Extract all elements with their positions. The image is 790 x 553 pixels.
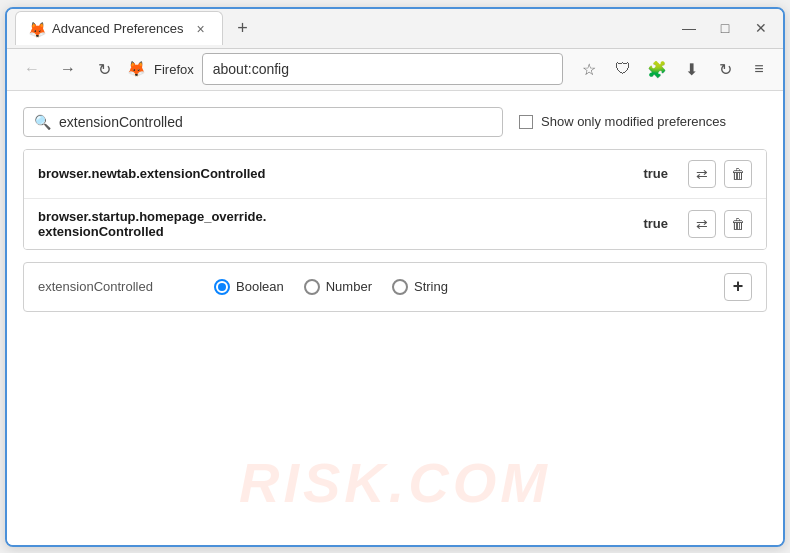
search-box: 🔍 <box>23 107 503 137</box>
number-option[interactable]: Number <box>304 279 372 295</box>
title-bar: 🦊 Advanced Preferences × + — □ ✕ <box>7 9 783 49</box>
string-radio[interactable] <box>392 279 408 295</box>
search-input[interactable] <box>59 114 492 130</box>
extension-icon[interactable]: 🧩 <box>643 55 671 83</box>
menu-icon[interactable]: ≡ <box>745 55 773 83</box>
tab-title: Advanced Preferences <box>52 21 184 36</box>
string-option[interactable]: String <box>392 279 448 295</box>
sync-icon[interactable]: ↻ <box>711 55 739 83</box>
pref-value-1: true <box>643 166 668 181</box>
maximize-button[interactable]: □ <box>711 14 739 42</box>
boolean-radio[interactable] <box>214 279 230 295</box>
pref-value-2: true <box>643 216 668 231</box>
row-actions-1: ⇄ 🗑 <box>688 160 752 188</box>
add-pref-button[interactable]: + <box>724 273 752 301</box>
boolean-label: Boolean <box>236 279 284 294</box>
add-pref-name: extensionControlled <box>38 279 198 294</box>
delete-button-2[interactable]: 🗑 <box>724 210 752 238</box>
boolean-option[interactable]: Boolean <box>214 279 284 295</box>
search-icon: 🔍 <box>34 114 51 130</box>
refresh-button[interactable]: ↻ <box>89 54 119 84</box>
pref-name-2: browser.startup.homepage_override.extens… <box>38 209 631 239</box>
window-controls: — □ ✕ <box>675 14 775 42</box>
table-row: browser.newtab.extensionControlled true … <box>24 150 766 199</box>
type-radio-group: Boolean Number String <box>214 279 708 295</box>
search-row: 🔍 Show only modified preferences <box>23 107 767 137</box>
swap-button-2[interactable]: ⇄ <box>688 210 716 238</box>
forward-button[interactable]: → <box>53 54 83 84</box>
string-label: String <box>414 279 448 294</box>
bookmark-icon[interactable]: ☆ <box>575 55 603 83</box>
row-actions-2: ⇄ 🗑 <box>688 210 752 238</box>
number-radio[interactable] <box>304 279 320 295</box>
pref-name-1: browser.newtab.extensionControlled <box>38 166 631 181</box>
number-label: Number <box>326 279 372 294</box>
swap-button-1[interactable]: ⇄ <box>688 160 716 188</box>
firefox-label: Firefox <box>154 62 194 77</box>
results-table: browser.newtab.extensionControlled true … <box>23 149 767 250</box>
minimize-button[interactable]: — <box>675 14 703 42</box>
close-button[interactable]: ✕ <box>747 14 775 42</box>
content-area: RISK.COM 🔍 Show only modified preference… <box>7 91 783 545</box>
browser-tab[interactable]: 🦊 Advanced Preferences × <box>15 11 223 45</box>
browser-window: 🦊 Advanced Preferences × + — □ ✕ ← → ↻ 🦊… <box>5 7 785 547</box>
table-row: browser.startup.homepage_override.extens… <box>24 199 766 249</box>
show-modified-label: Show only modified preferences <box>541 114 726 129</box>
show-modified-row: Show only modified preferences <box>519 114 726 129</box>
firefox-icon: 🦊 <box>127 60 146 78</box>
show-modified-checkbox[interactable] <box>519 115 533 129</box>
add-pref-row: extensionControlled Boolean Number Strin… <box>23 262 767 312</box>
profile-icon[interactable]: ⬇ <box>677 55 705 83</box>
back-button[interactable]: ← <box>17 54 47 84</box>
address-text: about:config <box>213 61 289 77</box>
new-tab-button[interactable]: + <box>229 14 257 42</box>
shield-icon[interactable]: 🛡 <box>609 55 637 83</box>
tab-favicon: 🦊 <box>28 21 44 37</box>
nav-icons: ☆ 🛡 🧩 ⬇ ↻ ≡ <box>575 55 773 83</box>
tab-close-button[interactable]: × <box>192 20 210 38</box>
address-bar[interactable]: about:config <box>202 53 563 85</box>
watermark: RISK.COM <box>239 450 551 515</box>
delete-button-1[interactable]: 🗑 <box>724 160 752 188</box>
nav-bar: ← → ↻ 🦊 Firefox about:config ☆ 🛡 🧩 ⬇ ↻ ≡ <box>7 49 783 91</box>
